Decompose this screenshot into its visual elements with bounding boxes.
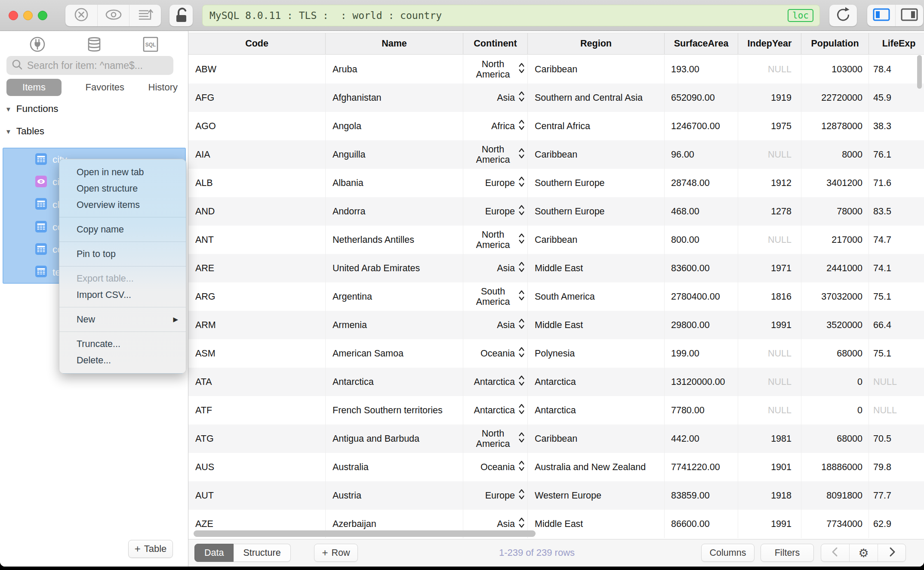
cell-region[interactable]: Middle East — [527, 254, 664, 282]
cell-life_exp[interactable]: 75.1 — [869, 282, 924, 311]
enum-stepper-icon[interactable] — [515, 147, 525, 162]
cell-region[interactable]: Central Africa — [527, 112, 664, 140]
menu-item-new[interactable]: New▶ — [59, 311, 186, 328]
cell-life_exp[interactable]: 75.1 — [869, 339, 924, 368]
cell-indep_year[interactable]: 1991 — [738, 311, 801, 339]
cell-indep_year[interactable]: 1918 — [738, 481, 801, 510]
cell-surface_area[interactable]: 652090.00 — [664, 84, 738, 112]
cell-region[interactable]: Western Europe — [527, 481, 664, 510]
cell-continent[interactable]: South America — [463, 282, 527, 311]
sidebar-section-tables[interactable]: ▼ Tables — [5, 126, 44, 137]
cell-region[interactable]: Polynesia — [527, 339, 664, 368]
column-header-name[interactable]: Name — [325, 33, 463, 54]
cell-continent[interactable]: North America — [463, 424, 527, 453]
enum-stepper-icon[interactable] — [515, 459, 525, 475]
enum-stepper-icon[interactable] — [515, 403, 525, 418]
search-input[interactable]: Search for item: ^name$... — [6, 56, 173, 75]
cell-code[interactable]: AFG — [188, 84, 325, 112]
cell-continent[interactable]: North America — [463, 55, 527, 84]
enum-stepper-icon[interactable] — [515, 488, 525, 503]
cell-code[interactable]: ANT — [188, 226, 325, 254]
cell-region[interactable]: Antarctica — [527, 368, 664, 396]
enum-stepper-icon[interactable] — [515, 204, 525, 219]
menu-item-pin-to-top[interactable]: Pin to top — [59, 246, 186, 262]
cell-surface_area[interactable]: 83600.00 — [664, 254, 738, 282]
enum-stepper-icon[interactable] — [515, 90, 525, 105]
cell-surface_area[interactable]: 800.00 — [664, 226, 738, 254]
cell-indep_year[interactable]: NULL — [738, 55, 801, 84]
cell-name[interactable]: Antigua and Barbuda — [325, 424, 463, 453]
ssl-lock-button[interactable] — [169, 5, 193, 26]
cell-code[interactable]: AUS — [188, 453, 325, 481]
tab-structure[interactable]: Structure — [234, 544, 290, 562]
cell-code[interactable]: ARM — [188, 311, 325, 339]
cell-continent[interactable]: Oceania — [463, 339, 527, 368]
cell-indep_year[interactable]: 1816 — [738, 282, 801, 311]
cell-indep_year[interactable]: 1975 — [738, 112, 801, 140]
cell-code[interactable]: ASM — [188, 339, 325, 368]
table-row-ASM[interactable]: ASMAmerican SamoaOceaniaPolynesia199.00N… — [188, 339, 924, 368]
cell-name[interactable]: Albania — [325, 169, 463, 197]
table-row-ANT[interactable]: ANTNetherlands AntillesNorth AmericaCari… — [188, 226, 924, 254]
cell-surface_area[interactable]: 13120000.00 — [664, 368, 738, 396]
cell-code[interactable]: AUT — [188, 481, 325, 510]
table-row-ARG[interactable]: ARGArgentinaSouth AmericaSouth America27… — [188, 282, 924, 311]
menu-item-open-structure[interactable]: Open structure — [59, 180, 186, 197]
cell-code[interactable]: AIA — [188, 140, 325, 169]
enum-stepper-icon[interactable] — [515, 516, 525, 532]
tab-data[interactable]: Data — [194, 544, 234, 562]
cell-population[interactable]: 0 — [801, 368, 869, 396]
cell-population[interactable]: 68000 — [801, 339, 869, 368]
cell-region[interactable]: South America — [527, 282, 664, 311]
cell-continent[interactable]: Antarctica — [463, 396, 527, 424]
columns-button[interactable]: Columns — [701, 544, 755, 562]
cell-surface_area[interactable]: 83859.00 — [664, 481, 738, 510]
zoom-window-button[interactable] — [38, 11, 47, 20]
cell-surface_area[interactable]: 7741220.00 — [664, 453, 738, 481]
cell-code[interactable]: ATF — [188, 396, 325, 424]
cell-population[interactable]: 3401200 — [801, 169, 869, 197]
table-row-AFG[interactable]: AFGAfghanistanAsiaSouthern and Central A… — [188, 84, 924, 112]
cell-continent[interactable]: Oceania — [463, 453, 527, 481]
sql-file-icon[interactable]: SQL — [141, 34, 160, 56]
cell-code[interactable]: ATA — [188, 368, 325, 396]
cell-population[interactable]: 78000 — [801, 197, 869, 226]
cell-life_exp[interactable]: 83.5 — [869, 197, 924, 226]
cell-population[interactable]: 103000 — [801, 55, 869, 84]
close-connection-button[interactable] — [65, 5, 97, 26]
cell-region[interactable]: Caribbean — [527, 140, 664, 169]
table-row-ATA[interactable]: ATAAntarcticaAntarcticaAntarctica1312000… — [188, 368, 924, 396]
cell-indep_year[interactable]: 1912 — [738, 169, 801, 197]
cell-life_exp[interactable]: 66.4 — [869, 311, 924, 339]
previous-page-button[interactable] — [821, 544, 849, 561]
cell-life_exp[interactable]: 62.9 — [869, 510, 924, 538]
cell-indep_year[interactable]: NULL — [738, 339, 801, 368]
cell-region[interactable]: Southern and Central Asia — [527, 84, 664, 112]
cell-code[interactable]: ARE — [188, 254, 325, 282]
query-log-button[interactable] — [129, 5, 161, 26]
cell-name[interactable]: Argentina — [325, 282, 463, 311]
table-row-ARM[interactable]: ARMArmeniaAsiaMiddle East29800.001991352… — [188, 311, 924, 339]
tab-favorites[interactable]: Favorites — [86, 79, 124, 96]
cell-life_exp[interactable]: NULL — [869, 396, 924, 424]
table-row-ABW[interactable]: ABWArubaNorth AmericaCaribbean193.00NULL… — [188, 55, 924, 84]
disclosure-triangle-icon[interactable]: ▼ — [5, 105, 12, 113]
cell-surface_area[interactable]: 28748.00 — [664, 169, 738, 197]
cell-indep_year[interactable]: 1991 — [738, 510, 801, 538]
disclosure-triangle-icon[interactable]: ▼ — [5, 128, 12, 135]
cell-name[interactable]: Australia — [325, 453, 463, 481]
cell-name[interactable]: United Arab Emirates — [325, 254, 463, 282]
cell-population[interactable]: 2441000 — [801, 254, 869, 282]
menu-item-open-in-new-tab[interactable]: Open in new tab — [59, 164, 186, 180]
cell-life_exp[interactable]: NULL — [869, 368, 924, 396]
add-table-button[interactable]: + Table — [128, 540, 173, 558]
table-row-ALB[interactable]: ALBAlbaniaEuropeSouthern Europe28748.001… — [188, 169, 924, 197]
cell-population[interactable]: 0 — [801, 396, 869, 424]
cell-continent[interactable]: Africa — [463, 112, 527, 140]
enum-stepper-icon[interactable] — [515, 289, 525, 304]
cell-surface_area[interactable]: 2780400.00 — [664, 282, 738, 311]
cell-name[interactable]: Afghanistan — [325, 84, 463, 112]
cell-indep_year[interactable]: 1981 — [738, 424, 801, 453]
cell-code[interactable]: AND — [188, 197, 325, 226]
refresh-button[interactable] — [829, 5, 857, 26]
